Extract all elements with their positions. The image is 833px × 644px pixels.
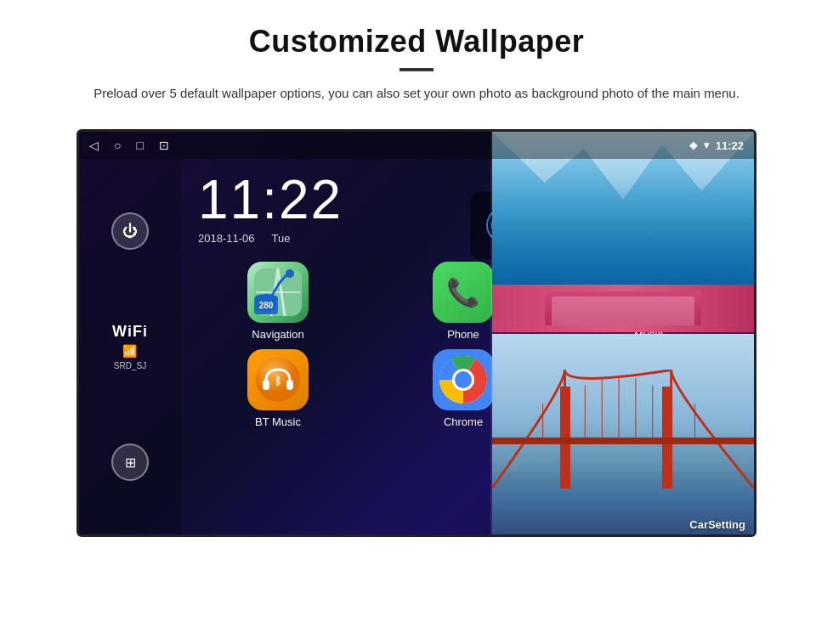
nav-label: Navigation bbox=[252, 328, 303, 341]
status-bar: ◁ ○ □ ⊡ ◈ ▾ 11:22 bbox=[79, 132, 754, 159]
svg-text:280: 280 bbox=[259, 301, 274, 310]
page-title: Customized Wallpaper bbox=[51, 24, 782, 59]
bt-icon-svg: ᛒ bbox=[256, 358, 300, 402]
wifi-bars: 📶 bbox=[112, 344, 148, 358]
screen-body: ⏻ WiFi 📶 SRD_SJ ⊞ 11:22 2018-11-06 Tue bbox=[79, 159, 754, 534]
recents-icon[interactable]: □ bbox=[136, 138, 143, 152]
wallpaper-previews: CarSetting bbox=[490, 132, 754, 537]
app-navigation[interactable]: 280 Navigation bbox=[190, 262, 366, 341]
wifi-name: SRD_SJ bbox=[112, 361, 148, 370]
svg-point-8 bbox=[286, 269, 294, 278]
bt-app-icon: ᛒ bbox=[247, 349, 309, 410]
bt-label: BT Music bbox=[255, 415, 301, 428]
bridge-cables bbox=[492, 370, 754, 489]
building-window bbox=[552, 297, 695, 325]
building-shape bbox=[545, 291, 702, 325]
back-icon[interactable]: ◁ bbox=[89, 138, 99, 152]
main-content: ◁ ○ □ ⊡ ◈ ▾ 11:22 ⏻ WiFi 📶 SRD_SJ ⊞ bbox=[0, 121, 833, 537]
wallpaper-top[interactable] bbox=[490, 132, 754, 332]
chrome-label: Chrome bbox=[444, 415, 483, 428]
page-description: Preload over 5 default wallpaper options… bbox=[85, 83, 748, 104]
status-time: 11:22 bbox=[716, 139, 744, 152]
wallpaper-bottom[interactable]: CarSetting bbox=[490, 332, 754, 537]
location-icon: ◈ bbox=[689, 139, 697, 151]
page-header: Customized Wallpaper Preload over 5 defa… bbox=[0, 0, 833, 121]
svg-rect-13 bbox=[286, 380, 293, 390]
svg-text:ᛒ: ᛒ bbox=[275, 374, 281, 387]
apps-button[interactable]: ⊞ bbox=[111, 443, 149, 481]
android-screen: ◁ ○ □ ⊡ ◈ ▾ 11:22 ⏻ WiFi 📶 SRD_SJ ⊞ bbox=[76, 129, 756, 537]
left-sidebar: ⏻ WiFi 📶 SRD_SJ ⊞ bbox=[79, 159, 181, 534]
signal-icon: ▾ bbox=[704, 139, 709, 151]
status-right: ◈ ▾ 11:22 bbox=[689, 139, 744, 152]
power-button[interactable]: ⏻ bbox=[111, 212, 149, 250]
chrome-app-icon bbox=[433, 349, 494, 410]
svg-point-19 bbox=[455, 371, 472, 388]
clock-date: 2018-11-06 bbox=[198, 232, 255, 245]
home-icon[interactable]: ○ bbox=[114, 138, 121, 152]
nav-icons: ◁ ○ □ ⊡ bbox=[89, 138, 169, 152]
svg-rect-36 bbox=[492, 438, 754, 444]
svg-rect-12 bbox=[263, 380, 269, 390]
title-divider bbox=[400, 68, 434, 71]
carsetting-label: CarSetting bbox=[689, 518, 745, 531]
screenshot-icon[interactable]: ⊡ bbox=[159, 138, 169, 152]
wifi-label: WiFi bbox=[112, 323, 148, 341]
wifi-info: WiFi 📶 SRD_SJ bbox=[112, 323, 148, 370]
phone-app-icon: 📞 bbox=[433, 262, 494, 323]
app-bt-music[interactable]: ᛒ BT Music bbox=[190, 349, 366, 428]
clock-day: Tue bbox=[272, 232, 291, 245]
phone-label: Phone bbox=[447, 328, 479, 341]
nav-app-icon: 280 bbox=[247, 262, 309, 323]
building-strip bbox=[492, 285, 754, 332]
